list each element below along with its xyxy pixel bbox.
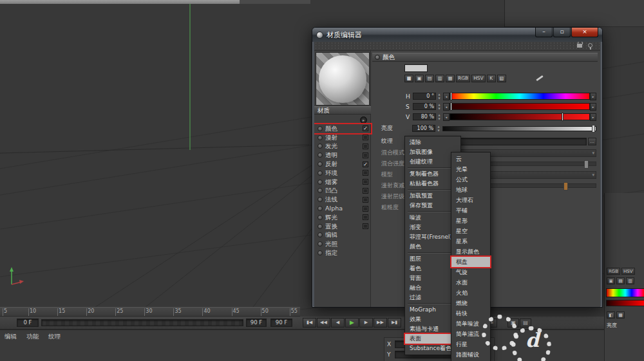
transport-button[interactable]: ▶▶ bbox=[374, 318, 387, 328]
lock-icon[interactable] bbox=[577, 44, 582, 48]
slider-marker[interactable] bbox=[562, 113, 564, 121]
submenu-item[interactable]: 大理石 bbox=[451, 195, 490, 205]
channel-checkbox[interactable] bbox=[363, 188, 368, 194]
mini-icon[interactable]: ▤ bbox=[616, 277, 625, 284]
value-spinner[interactable] bbox=[437, 103, 442, 110]
channel-checkbox[interactable] bbox=[363, 206, 368, 212]
texture-browse-button[interactable]: … bbox=[588, 138, 596, 145]
color-tool-chip[interactable]: K bbox=[487, 75, 496, 82]
channel-checkbox[interactable] bbox=[363, 223, 368, 229]
color-tool-chip[interactable]: ■ bbox=[404, 75, 413, 82]
transport-button[interactable]: ▶▮ bbox=[388, 318, 401, 328]
submenu-item[interactable]: 棋盘 bbox=[451, 257, 490, 267]
color-picker-pen-icon[interactable] bbox=[535, 73, 545, 82]
channel-item[interactable]: 凹凸 bbox=[314, 187, 371, 196]
slider-right-arrow[interactable]: ▸ bbox=[590, 113, 596, 121]
channel-item[interactable]: Alpha bbox=[314, 204, 371, 213]
channel-item[interactable]: 环境 bbox=[314, 169, 371, 178]
channel-item[interactable]: 反射 bbox=[314, 160, 371, 169]
channel-item[interactable]: 光照 bbox=[314, 239, 371, 248]
submenu-item[interactable]: 路面铺设 bbox=[451, 349, 490, 360]
range-end-field[interactable]: 90 F bbox=[246, 319, 267, 327]
preview-range-slider[interactable] bbox=[41, 319, 243, 326]
transport-button[interactable]: ▶ bbox=[345, 318, 359, 328]
slider-right-arrow[interactable]: ▸ bbox=[590, 93, 596, 100]
slider-left-arrow[interactable]: ◂ bbox=[443, 103, 450, 111]
channel-item[interactable]: 发光 bbox=[314, 142, 371, 151]
saturation-gradient-bar[interactable] bbox=[606, 300, 644, 306]
submenu-item[interactable]: 星形 bbox=[451, 216, 490, 226]
color-tool-chip[interactable]: ▥ bbox=[435, 75, 444, 82]
value-spinner[interactable] bbox=[436, 125, 441, 132]
color-tool-chip[interactable]: ▣ bbox=[415, 75, 424, 82]
minimize-button[interactable]: – bbox=[535, 28, 553, 37]
channel-checkbox[interactable] bbox=[363, 197, 368, 203]
mini-icon[interactable]: ▦ bbox=[616, 311, 625, 319]
value-spinner[interactable] bbox=[437, 93, 442, 100]
menu-tab[interactable]: 编辑 bbox=[5, 333, 17, 341]
slider-value-field[interactable]: 0 % bbox=[413, 103, 436, 110]
menu-tab[interactable]: 纹理 bbox=[48, 333, 61, 341]
channel-item[interactable]: 辉光 bbox=[314, 213, 371, 222]
submenu-item[interactable]: 简单湍流 bbox=[451, 329, 490, 339]
submenu-item[interactable]: 星空 bbox=[451, 226, 490, 236]
color-tool-chip[interactable]: ▧ bbox=[497, 75, 506, 82]
value-spinner[interactable] bbox=[437, 113, 442, 120]
submenu-item[interactable]: 星系 bbox=[451, 236, 490, 246]
timeline-ruler[interactable]: 510152025303540455055 bbox=[0, 307, 300, 317]
channel-item[interactable]: 编辑 bbox=[314, 231, 371, 240]
submenu-item[interactable]: 光晕 bbox=[451, 164, 490, 174]
slider-left-arrow[interactable]: ◂ bbox=[443, 93, 450, 100]
channel-item[interactable]: 漫射 bbox=[314, 133, 371, 142]
submenu-item[interactable]: 水面 bbox=[451, 277, 490, 288]
submenu-item[interactable]: 行星 bbox=[451, 339, 490, 349]
maximize-button[interactable]: ▫ bbox=[553, 28, 571, 37]
preview-options-button[interactable] bbox=[360, 116, 367, 124]
submenu-item[interactable]: 云 bbox=[451, 154, 490, 164]
slider-right-arrow[interactable]: ▸ bbox=[590, 103, 596, 111]
mini-icon[interactable]: ▣ bbox=[607, 277, 615, 284]
color-tool-chip[interactable]: RGB bbox=[456, 75, 470, 82]
mini-icon[interactable]: ▥ bbox=[626, 277, 634, 284]
transport-button[interactable]: ◀ bbox=[331, 318, 345, 328]
slider-value-field[interactable]: 80 % bbox=[413, 113, 436, 120]
channel-checkbox[interactable] bbox=[363, 143, 368, 149]
submenu-item[interactable]: 火焰 bbox=[451, 288, 490, 298]
channel-item[interactable]: 法线 bbox=[314, 195, 371, 204]
slider-gradient-bar[interactable] bbox=[450, 113, 590, 120]
channel-checkbox[interactable] bbox=[363, 134, 368, 140]
range-start-field[interactable]: 0 F bbox=[17, 319, 39, 327]
pin-icon[interactable] bbox=[588, 43, 592, 48]
color-tool-chip[interactable]: HSV bbox=[471, 75, 486, 82]
submenu-item[interactable]: 砖块 bbox=[451, 308, 490, 319]
channel-checkbox[interactable] bbox=[363, 153, 368, 158]
brightness-value-field[interactable]: 100 % bbox=[412, 125, 435, 132]
toolbar-button[interactable]: ▣ bbox=[507, 319, 519, 328]
slider-marker[interactable] bbox=[450, 102, 452, 111]
submenu-item[interactable]: 气旋 bbox=[451, 267, 490, 277]
channel-item[interactable]: 烟雾 bbox=[314, 178, 371, 187]
material-preview[interactable] bbox=[316, 52, 370, 106]
transport-button[interactable]: ◀◀ bbox=[317, 318, 330, 328]
current-frame-field[interactable]: 90 F bbox=[270, 319, 292, 327]
slider-gradient-bar[interactable] bbox=[450, 93, 590, 100]
transport-button[interactable]: ▶ bbox=[359, 318, 373, 328]
channel-checkbox[interactable] bbox=[363, 125, 368, 131]
submenu-item[interactable]: 显示颜色 bbox=[451, 246, 490, 257]
channel-checkbox[interactable] bbox=[363, 162, 368, 167]
channel-checkbox[interactable] bbox=[363, 179, 368, 185]
submenu-item[interactable]: 燃烧 bbox=[451, 298, 490, 308]
brightness-handle[interactable] bbox=[592, 125, 595, 133]
channel-item[interactable]: 置换 bbox=[314, 222, 371, 231]
submenu-item[interactable]: 简单噪波 bbox=[451, 319, 490, 329]
menu-item[interactable]: 清除 bbox=[405, 138, 460, 147]
slider-gradient-bar[interactable] bbox=[450, 103, 590, 110]
brightness-slider[interactable] bbox=[442, 126, 596, 131]
channel-item[interactable]: 颜色 bbox=[314, 124, 371, 133]
color-swatch[interactable] bbox=[404, 64, 428, 72]
channel-item[interactable]: 透明 bbox=[314, 151, 371, 160]
color-tool-chip[interactable]: ▦ bbox=[446, 75, 455, 82]
color-mode-chip[interactable]: HSV bbox=[621, 268, 635, 275]
color-tool-chip[interactable]: ▤ bbox=[425, 75, 434, 82]
close-button[interactable]: × bbox=[571, 28, 598, 37]
